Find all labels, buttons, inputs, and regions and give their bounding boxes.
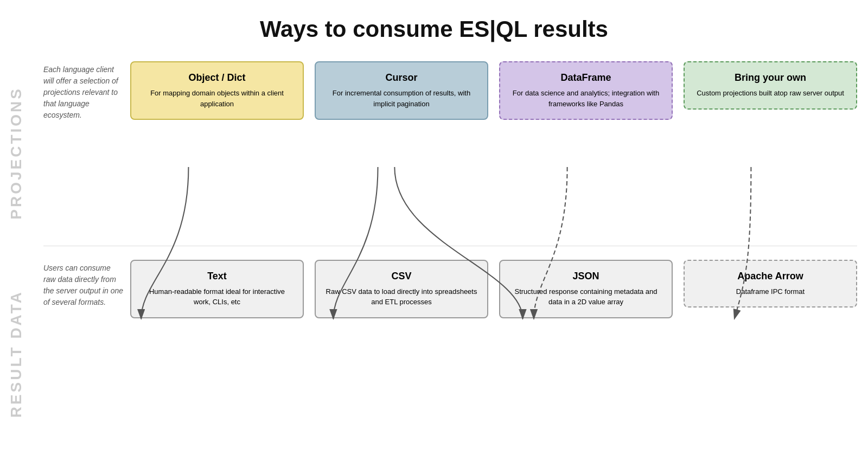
card-text-desc: Human-readable format ideal for interact… (140, 286, 294, 307)
projections-label: PROJECTIONS (8, 87, 25, 220)
card-csv-desc: Raw CSV data to load directly into sprea… (324, 286, 478, 307)
card-bringyourown-title: Bring your own (693, 72, 847, 84)
card-json-desc: Structured response containing metadata … (509, 286, 663, 307)
projections-cards: Object / Dict For mapping domain objects… (130, 59, 857, 120)
content-area: Each language client will offer a select… (33, 53, 868, 454)
projections-label-container: PROJECTIONS (0, 53, 33, 254)
card-cursor-title: Cursor (324, 72, 478, 84)
main-layout: PROJECTIONS RESULT DATA (0, 53, 868, 454)
card-object-title: Object / Dict (140, 72, 294, 84)
card-cursor: Cursor For incremental consumption of re… (315, 61, 488, 120)
card-apache-title: Apache Arrow (693, 271, 847, 282)
card-object-dict: Object / Dict For mapping domain objects… (130, 61, 304, 120)
card-bring-your-own: Bring your own Custom projections built … (684, 61, 857, 110)
card-cursor-desc: For incremental consumption of results, … (324, 88, 478, 109)
card-json: JSON Structured response containing meta… (499, 260, 673, 318)
card-apache-arrow: Apache Arrow Dataframe IPC format (684, 260, 857, 308)
projections-row: Each language client will offer a select… (43, 53, 857, 246)
result-data-label-container: RESULT DATA (0, 254, 33, 454)
card-csv-title: CSV (324, 271, 478, 282)
card-dataframe: DataFrame For data science and analytics… (499, 61, 673, 120)
card-dataframe-title: DataFrame (509, 72, 663, 84)
card-text: Text Human-readable format ideal for int… (130, 260, 304, 318)
side-labels: PROJECTIONS RESULT DATA (0, 53, 33, 454)
card-object-desc: For mapping domain objects within a clie… (140, 88, 294, 109)
card-bringyourown-desc: Custom projections built atop raw server… (693, 88, 847, 99)
card-csv: CSV Raw CSV data to load directly into s… (315, 260, 488, 318)
card-dataframe-desc: For data science and analytics; integrat… (509, 88, 663, 109)
page-title: Ways to consume ES|QL results (0, 0, 868, 53)
result-data-label: RESULT DATA (8, 290, 25, 418)
projections-desc: Each language client will offer a select… (43, 59, 130, 121)
card-text-title: Text (140, 271, 294, 282)
result-cards: Text Human-readable format ideal for int… (130, 257, 857, 318)
result-row: Users can consume raw data directly from… (43, 246, 857, 439)
card-json-title: JSON (509, 271, 663, 282)
result-desc: Users can consume raw data directly from… (43, 257, 130, 308)
card-apache-desc: Dataframe IPC format (693, 286, 847, 297)
